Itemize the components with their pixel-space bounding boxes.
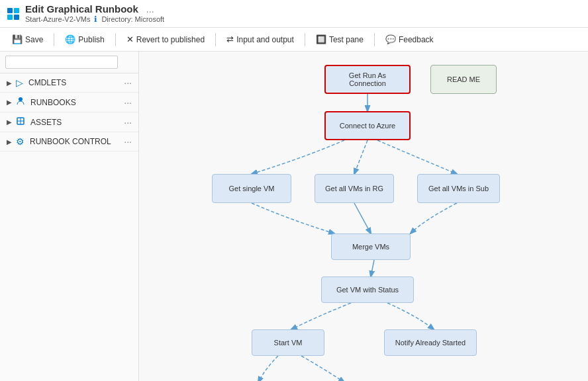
toolbar: 💾 Save 🌐 Publish ✕ Revert to published ⇄…: [0, 28, 588, 52]
node-notify-already-label: Notify Already Started: [395, 339, 466, 347]
sidebar: ▶ ▷ CMDLETS ··· ▶ RUNBOOKS ··· ▶ ASSETS …: [0, 52, 139, 381]
svg-line-10: [354, 140, 368, 174]
publish-icon: 🌐: [65, 34, 75, 44]
node-get-all-vms-sub-label: Get all VMs in Sub: [428, 185, 489, 192]
revert-button[interactable]: ✕ Revert to published: [121, 32, 210, 47]
node-get-all-vms-rg[interactable]: Get all VMs in RG: [315, 174, 394, 203]
main-layout: ▶ ▷ CMDLETS ··· ▶ RUNBOOKS ··· ▶ ASSETS …: [0, 52, 588, 381]
cmdlets-icon: ▷: [16, 77, 23, 88]
toolbar-separator-3: [215, 33, 216, 46]
sidebar-item-assets[interactable]: ▶ ASSETS ···: [0, 112, 138, 132]
runbook-name: Start-Azure-V2-VMs: [25, 15, 90, 23]
cmdlets-menu-icon[interactable]: ···: [124, 77, 132, 88]
assets-menu-icon[interactable]: ···: [124, 117, 132, 128]
test-pane-icon: 🔲: [316, 34, 326, 44]
feedback-label: Feedback: [399, 35, 434, 44]
node-merge-vms[interactable]: Merge VMs: [331, 233, 411, 260]
node-get-all-vms-rg-label: Get all VMs in RG: [325, 185, 383, 192]
svg-rect-2: [7, 15, 13, 20]
node-get-single-vm[interactable]: Get single VM: [212, 174, 291, 203]
runbook-control-chevron: ▶: [7, 138, 12, 146]
canvas[interactable]: Get Run As Connection READ ME Connect to…: [139, 52, 588, 381]
node-readme[interactable]: READ ME: [430, 65, 497, 94]
svg-point-4: [19, 97, 23, 101]
revert-label: Revert to published: [136, 35, 205, 44]
node-get-vm-status-label: Get VM with Status: [336, 286, 399, 294]
toolbar-separator-5: [374, 33, 375, 46]
canvas-arrows: [139, 52, 588, 381]
publish-button[interactable]: 🌐 Publish: [60, 32, 109, 47]
node-connect-azure-label: Connect to Azure: [340, 122, 395, 130]
node-connect-azure[interactable]: Connect to Azure: [324, 111, 411, 140]
runbooks-menu-icon[interactable]: ···: [124, 97, 132, 108]
test-pane-label: Test pane: [329, 35, 364, 44]
canvas-inner: Get Run As Connection READ ME Connect to…: [139, 52, 588, 381]
svg-line-12: [371, 260, 374, 276]
feedback-icon: 💬: [385, 34, 396, 44]
app-icon: [7, 7, 20, 21]
toolbar-separator-1: [54, 33, 54, 46]
info-icon: ℹ: [94, 15, 97, 24]
sidebar-scroll: ▶ ▷ CMDLETS ··· ▶ RUNBOOKS ··· ▶ ASSETS …: [0, 73, 138, 381]
node-merge-vms-label: Merge VMs: [352, 243, 389, 251]
runbook-control-icon: ⚙: [16, 136, 24, 147]
svg-rect-3: [14, 15, 19, 20]
save-button[interactable]: 💾 Save: [7, 32, 48, 47]
title-row: Edit Graphical Runbook ... Start-Azure-V…: [25, 3, 165, 24]
title-subtitle: Start-Azure-V2-VMs ℹ Directory: Microsof…: [25, 15, 165, 24]
assets-icon: [16, 116, 25, 128]
runbook-control-label: RUNBOOK CONTROL: [30, 137, 124, 146]
test-pane-button[interactable]: 🔲 Test pane: [311, 32, 369, 47]
cmdlets-label: CMDLETS: [28, 78, 124, 87]
cmdlets-chevron: ▶: [7, 79, 12, 87]
revert-icon: ✕: [126, 34, 134, 44]
assets-chevron: ▶: [7, 118, 12, 126]
node-get-run-as-label: Get Run As Connection: [331, 71, 404, 87]
page-title: Edit Graphical Runbook: [25, 3, 138, 15]
node-get-all-vms-sub[interactable]: Get all VMs in Sub: [417, 174, 500, 203]
input-output-icon: ⇄: [226, 34, 234, 44]
svg-line-11: [354, 203, 371, 233]
svg-rect-0: [7, 8, 13, 13]
sidebar-item-runbooks[interactable]: ▶ RUNBOOKS ···: [0, 93, 138, 112]
runbooks-chevron: ▶: [7, 99, 12, 106]
input-output-button[interactable]: ⇄ Input and output: [221, 32, 299, 47]
directory-label: Directory: Microsoft: [101, 15, 164, 23]
assets-label: ASSETS: [30, 118, 124, 127]
toolbar-separator-2: [115, 33, 116, 46]
save-label: Save: [25, 35, 43, 44]
title-ellipsis[interactable]: ...: [146, 4, 154, 15]
sidebar-search-input[interactable]: [5, 56, 118, 69]
runbooks-label: RUNBOOKS: [30, 98, 124, 107]
node-start-vm-label: Start VM: [274, 339, 303, 347]
toolbar-separator-4: [305, 33, 305, 46]
svg-rect-1: [14, 8, 19, 13]
publish-label: Publish: [78, 35, 104, 44]
input-output-label: Input and output: [236, 35, 294, 44]
node-start-vm[interactable]: Start VM: [252, 329, 324, 356]
feedback-button[interactable]: 💬 Feedback: [380, 32, 439, 47]
title-bar: Edit Graphical Runbook ... Start-Azure-V…: [0, 0, 588, 28]
runbooks-icon: [16, 97, 25, 108]
node-get-single-vm-label: Get single VM: [228, 185, 274, 192]
node-readme-label: READ ME: [447, 75, 480, 83]
sidebar-search-area: [0, 52, 138, 73]
node-get-run-as[interactable]: Get Run As Connection: [324, 65, 411, 94]
node-get-vm-status[interactable]: Get VM with Status: [321, 276, 414, 303]
save-icon: 💾: [12, 34, 23, 44]
runbook-control-menu-icon[interactable]: ···: [124, 136, 132, 147]
sidebar-item-cmdlets[interactable]: ▶ ▷ CMDLETS ···: [0, 73, 138, 93]
sidebar-item-runbook-control[interactable]: ▶ ⚙ RUNBOOK CONTROL ···: [0, 132, 138, 151]
node-notify-already[interactable]: Notify Already Started: [384, 329, 477, 356]
